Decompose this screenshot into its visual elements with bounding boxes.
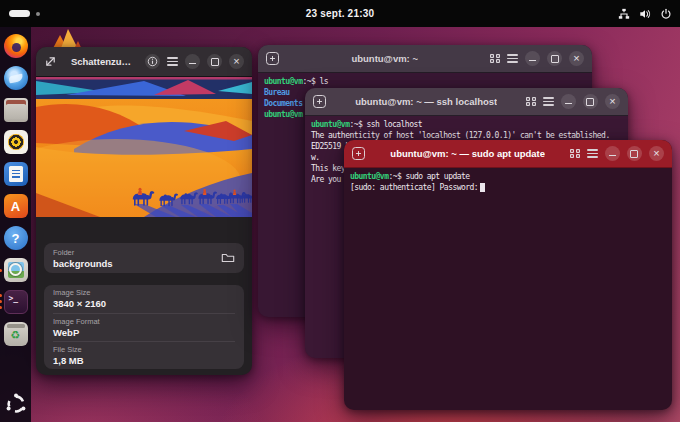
dock-item-trash[interactable]	[4, 322, 28, 346]
dock-item-help[interactable]	[4, 226, 28, 250]
viewer-header-bar[interactable]: Schattenzu…	[36, 47, 252, 77]
prompt-text: ubuntu@vm	[264, 77, 302, 86]
terminal2-header-bar[interactable]: ubuntu@vm: ~ — ssh localhost	[305, 88, 628, 116]
output-text: The authenticity of host 'localhost (127…	[311, 131, 610, 140]
terminal-line: ubuntu@vm:~$ sudo apt update	[350, 171, 666, 182]
running-indicator-dot	[0, 300, 2, 303]
terminal1-header-bar[interactable]: ubuntu@vm: ~	[258, 45, 592, 73]
dock-item-rhythmbox[interactable]	[4, 130, 28, 154]
maximize-button[interactable]	[627, 146, 642, 161]
firefox-icon	[4, 34, 28, 58]
tab-overview-icon[interactable]	[570, 149, 580, 159]
dock-item-files[interactable]	[4, 98, 28, 122]
image-size-label: Image Size	[53, 288, 235, 298]
command-text: :~$ ssh localhost	[349, 120, 422, 129]
wallpaper-preview-image[interactable]	[36, 77, 252, 217]
folder-label: Folder	[53, 248, 221, 258]
dock-item-terminal[interactable]	[4, 290, 28, 314]
command-text: :~$ sudo apt update	[388, 172, 469, 181]
file-size-label: File Size	[53, 345, 235, 355]
new-tab-icon[interactable]	[313, 95, 326, 108]
power-icon	[660, 8, 672, 20]
prompt-text: ubuntu@vm	[350, 172, 388, 181]
command-text: :~$ ls	[302, 77, 328, 86]
rhythmbox-icon	[4, 130, 28, 154]
menu-button[interactable]	[507, 54, 518, 62]
terminal-window-3-sudo: ubuntu@vm: ~ — sudo apt update ubuntu@vm…	[344, 140, 672, 410]
maximize-button[interactable]	[207, 54, 222, 69]
terminal3-header-bar[interactable]: ubuntu@vm: ~ — sudo apt update	[344, 140, 672, 168]
terminal-line: [sudo: authenticate] Password:	[350, 182, 666, 193]
clock[interactable]: 23 sept. 21:30	[0, 8, 680, 19]
file-size-row: File Size 1,8 MB	[53, 341, 235, 369]
top-bar: 23 sept. 21:30	[0, 0, 680, 27]
dock-item-app-center[interactable]	[4, 194, 28, 218]
close-button[interactable]	[229, 54, 244, 69]
password-prompt-text: [sudo: authenticate] Password:	[350, 183, 478, 192]
minimize-button[interactable]	[525, 51, 540, 66]
libreoffice-writer-icon	[4, 162, 28, 186]
terminal3-title: ubuntu@vm: ~ — sudo apt update	[390, 148, 545, 159]
dock-item-firefox[interactable]	[4, 34, 28, 58]
running-indicator-dot	[0, 269, 2, 272]
image-size-value: 3840 × 2160	[53, 298, 235, 309]
trash-icon	[4, 322, 28, 346]
new-tab-icon[interactable]	[352, 147, 365, 160]
terminal1-title: ubuntu@vm: ~	[351, 53, 418, 64]
menu-button[interactable]	[587, 149, 598, 157]
folder-value: backgrounds	[53, 258, 221, 269]
dock-item-image-viewer[interactable]	[4, 258, 28, 282]
close-button[interactable]	[569, 51, 584, 66]
menu-button[interactable]	[543, 97, 554, 105]
menu-button[interactable]	[167, 57, 178, 65]
close-button[interactable]	[605, 94, 620, 109]
terminal2-title: ubuntu@vm: ~ — ssh localhost	[355, 96, 497, 107]
running-indicator-dot	[0, 294, 2, 297]
tab-overview-icon[interactable]	[526, 97, 536, 107]
running-indicator-dot	[0, 306, 2, 309]
open-folder-icon[interactable]	[221, 252, 235, 264]
fullscreen-expand-icon[interactable]	[44, 55, 57, 68]
terminal3-content[interactable]: ubuntu@vm:~$ sudo apt update [sudo: auth…	[344, 168, 672, 410]
ubuntu-logo-icon	[4, 392, 28, 416]
minimize-button[interactable]	[605, 146, 620, 161]
thunderbird-icon	[4, 66, 28, 90]
new-tab-icon[interactable]	[266, 52, 279, 65]
image-viewer-window: Schattenzu…	[36, 47, 252, 375]
image-format-label: Image Format	[53, 317, 235, 327]
image-format-row: Image Format WebP	[53, 313, 235, 341]
tab-overview-icon[interactable]	[490, 54, 500, 64]
directory-name: Bureau	[264, 88, 290, 97]
app-center-icon	[4, 194, 28, 218]
terminal-icon	[4, 290, 28, 314]
file-size-value: 1,8 MB	[53, 355, 235, 366]
terminal-line: ubuntu@vm:~$ ssh localhost	[311, 119, 622, 130]
maximize-button[interactable]	[547, 51, 562, 66]
image-format-value: WebP	[53, 327, 235, 338]
volume-icon	[639, 8, 651, 20]
directory-name: Documents	[264, 99, 302, 108]
dock-item-writer[interactable]	[4, 162, 28, 186]
folder-card: Folder backgrounds	[44, 243, 244, 273]
maximize-button[interactable]	[583, 94, 598, 109]
terminal-line: ubuntu@vm:~$ ls	[264, 76, 586, 87]
info-button[interactable]	[145, 54, 160, 69]
info-icon	[147, 56, 158, 67]
image-info-card: Image Size 3840 × 2160 Image Format WebP…	[44, 285, 244, 369]
minimize-button[interactable]	[561, 94, 576, 109]
dock	[0, 27, 31, 422]
output-text: w.	[311, 153, 320, 162]
minimize-button[interactable]	[185, 54, 200, 69]
text-cursor	[480, 183, 485, 192]
system-tray[interactable]	[618, 0, 672, 27]
dock-item-show-apps[interactable]	[4, 392, 28, 416]
viewer-window-title: Schattenzu…	[71, 56, 131, 67]
prompt-text: ubuntu@vm	[264, 110, 302, 119]
desktop: 23 sept. 21:30	[0, 0, 680, 422]
help-icon	[4, 226, 28, 250]
image-size-row: Image Size 3840 × 2160	[53, 285, 235, 313]
dock-item-thunderbird[interactable]	[4, 66, 28, 90]
network-wired-icon	[618, 8, 630, 20]
prompt-text: ubuntu@vm	[311, 120, 349, 129]
close-button[interactable]	[649, 146, 664, 161]
